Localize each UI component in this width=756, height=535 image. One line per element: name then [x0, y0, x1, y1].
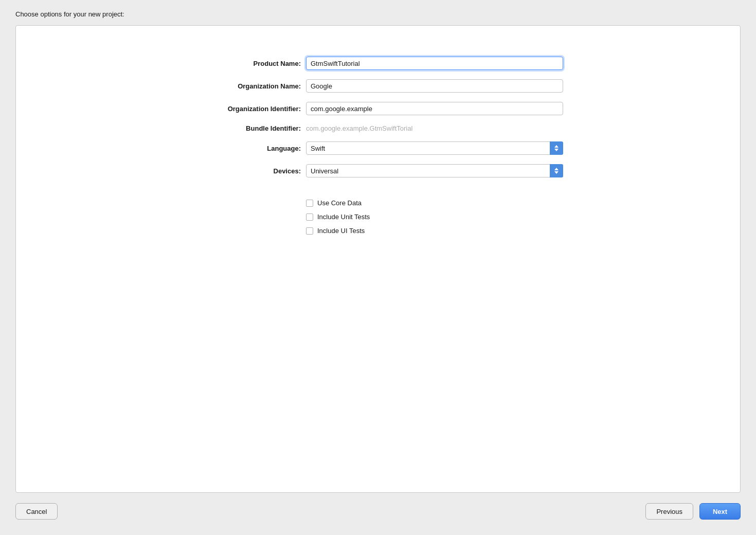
- cancel-button[interactable]: Cancel: [15, 503, 58, 520]
- language-label: Language:: [193, 145, 306, 152]
- include-ui-tests-row: Include UI Tests: [306, 227, 563, 235]
- bundle-identifier-value: com.google.example.GtmSwiftTorial: [306, 124, 563, 132]
- use-core-data-label: Use Core Data: [317, 199, 362, 207]
- organization-name-label: Organization Name:: [193, 82, 306, 90]
- include-unit-tests-checkbox[interactable]: [306, 213, 313, 221]
- include-ui-tests-checkbox[interactable]: [306, 227, 313, 235]
- next-button[interactable]: Next: [699, 503, 741, 520]
- include-unit-tests-label: Include Unit Tests: [317, 213, 370, 221]
- form-area: Product Name: Organization Name: Organiz…: [37, 57, 719, 472]
- organization-identifier-label: Organization Identifier:: [193, 105, 306, 113]
- footer-bar: Cancel Previous Next: [15, 493, 741, 520]
- organization-name-input[interactable]: [306, 79, 563, 93]
- include-unit-tests-row: Include Unit Tests: [306, 213, 563, 221]
- devices-select-wrapper: Universal iPhone iPad: [306, 164, 563, 177]
- right-buttons: Previous Next: [645, 503, 741, 520]
- devices-label: Devices:: [193, 167, 306, 175]
- previous-button[interactable]: Previous: [645, 503, 693, 520]
- main-panel: Product Name: Organization Name: Organiz…: [15, 25, 741, 493]
- form-table: Product Name: Organization Name: Organiz…: [193, 57, 563, 235]
- language-select-wrapper: Swift Objective-C: [306, 141, 563, 155]
- use-core-data-row: Use Core Data: [306, 199, 563, 207]
- include-ui-tests-label: Include UI Tests: [317, 227, 365, 235]
- organization-identifier-input[interactable]: [306, 102, 563, 115]
- product-name-label: Product Name:: [193, 60, 306, 67]
- bundle-identifier-label: Bundle Identifier:: [193, 124, 306, 132]
- language-select[interactable]: Swift Objective-C: [306, 141, 563, 155]
- devices-select[interactable]: Universal iPhone iPad: [306, 164, 563, 177]
- page-title: Choose options for your new project:: [15, 10, 741, 18]
- checkboxes-area: Use Core Data Include Unit Tests Include…: [306, 199, 563, 235]
- use-core-data-checkbox[interactable]: [306, 200, 313, 207]
- product-name-input[interactable]: [306, 57, 563, 70]
